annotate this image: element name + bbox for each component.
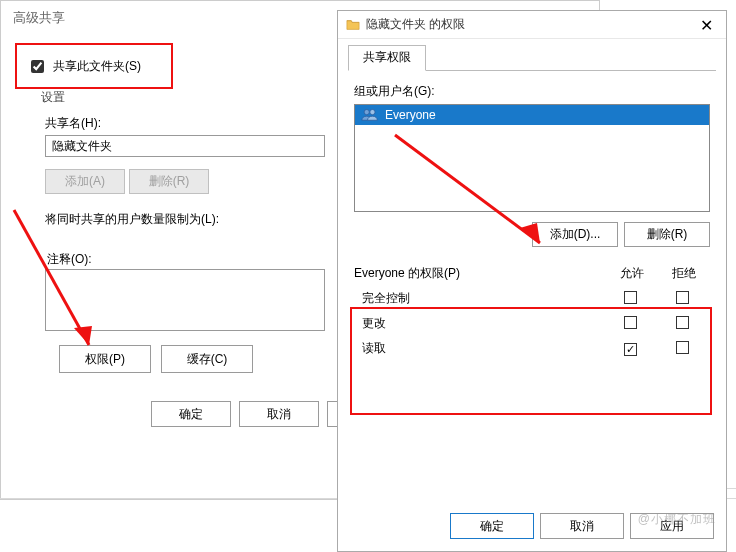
share-name-input[interactable] bbox=[45, 135, 325, 157]
users-icon bbox=[361, 108, 379, 122]
groups-label: 组或用户名(G): bbox=[354, 83, 710, 100]
deny-change-checkbox[interactable] bbox=[676, 316, 689, 329]
deny-full-control-checkbox[interactable] bbox=[676, 291, 689, 304]
perm-row-read: 读取 bbox=[354, 336, 710, 361]
user-row-everyone[interactable]: Everyone bbox=[355, 105, 709, 125]
column-allow: 允许 bbox=[606, 265, 658, 282]
remove-user-button[interactable]: 删除(R) bbox=[624, 222, 710, 247]
column-deny: 拒绝 bbox=[658, 265, 710, 282]
users-listbox[interactable]: Everyone bbox=[354, 104, 710, 212]
permissions-title: 隐藏文件夹 的权限 bbox=[366, 16, 465, 33]
svg-point-3 bbox=[370, 109, 375, 114]
add-share-button[interactable]: 添加(A) bbox=[45, 169, 125, 194]
folder-icon bbox=[346, 18, 360, 32]
user-limit-label: 将同时共享的用户数量限制为(L): bbox=[45, 211, 219, 228]
dialog-title: 高级共享 bbox=[13, 9, 65, 27]
cancel-button[interactable]: 取消 bbox=[540, 513, 624, 539]
tab-strip: 共享权限 bbox=[348, 45, 716, 71]
title-bar: 隐藏文件夹 的权限 ✕ bbox=[338, 11, 726, 39]
close-icon: ✕ bbox=[700, 16, 713, 35]
remove-share-button[interactable]: 删除(R) bbox=[129, 169, 209, 194]
permissions-caption: Everyone 的权限(P) bbox=[354, 265, 460, 282]
add-user-button[interactable]: 添加(D)... bbox=[532, 222, 618, 247]
cancel-button[interactable]: 取消 bbox=[239, 401, 319, 427]
share-this-folder-label: 共享此文件夹(S) bbox=[53, 58, 141, 75]
perm-label: 更改 bbox=[356, 315, 604, 332]
svg-point-2 bbox=[364, 109, 369, 114]
permissions-table: 完全控制 更改 读取 bbox=[354, 286, 710, 361]
allow-full-control-checkbox[interactable] bbox=[624, 291, 637, 304]
tab-share-permissions[interactable]: 共享权限 bbox=[348, 45, 426, 71]
close-button[interactable]: ✕ bbox=[686, 11, 726, 39]
deny-read-checkbox[interactable] bbox=[676, 341, 689, 354]
settings-label: 设置 bbox=[41, 89, 65, 106]
comment-textarea[interactable] bbox=[45, 269, 325, 331]
share-name-label: 共享名(H): bbox=[45, 115, 101, 132]
share-this-folder-input[interactable] bbox=[31, 60, 44, 73]
user-buttons-row: 添加(D)... 删除(R) bbox=[354, 222, 710, 247]
comment-label: 注释(O): bbox=[47, 251, 92, 268]
permissions-button[interactable]: 权限(P) bbox=[59, 345, 151, 373]
ok-button[interactable]: 确定 bbox=[450, 513, 534, 539]
share-this-folder-checkbox[interactable]: 共享此文件夹(S) bbox=[27, 57, 141, 76]
allow-change-checkbox[interactable] bbox=[624, 316, 637, 329]
apply-button[interactable]: 应用 bbox=[630, 513, 714, 539]
perm-label: 完全控制 bbox=[356, 290, 604, 307]
permissions-footer: 确定 取消 应用 bbox=[450, 513, 714, 539]
cache-button[interactable]: 缓存(C) bbox=[161, 345, 253, 373]
allow-read-checkbox[interactable] bbox=[624, 343, 637, 356]
perm-label: 读取 bbox=[356, 340, 604, 357]
perm-row-full-control: 完全控制 bbox=[354, 286, 710, 311]
permissions-caption-row: Everyone 的权限(P) 允许 拒绝 bbox=[354, 265, 710, 282]
ok-button[interactable]: 确定 bbox=[151, 401, 231, 427]
perm-row-change: 更改 bbox=[354, 311, 710, 336]
user-name: Everyone bbox=[385, 108, 436, 122]
permissions-dialog: 隐藏文件夹 的权限 ✕ 共享权限 组或用户名(G): Everyone bbox=[337, 10, 727, 552]
